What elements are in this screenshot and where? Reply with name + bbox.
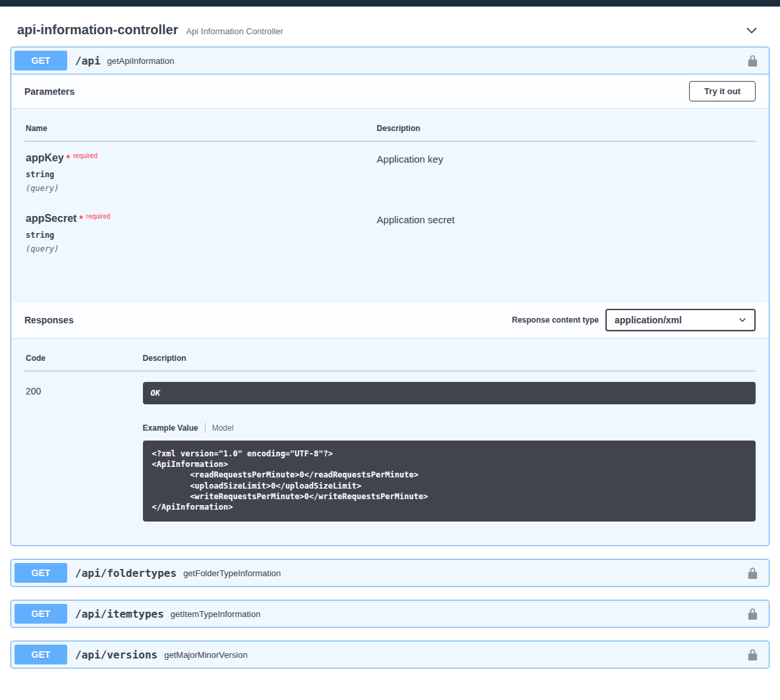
operation-path: /api/itemtypes bbox=[75, 608, 164, 620]
opblock-summary-itemtypes[interactable]: GET /api/itemtypes getItemTypeInformatio… bbox=[11, 601, 769, 627]
lock-icon[interactable] bbox=[746, 608, 759, 620]
responses-title: Responses bbox=[24, 315, 74, 325]
tab-model[interactable]: Model bbox=[212, 423, 234, 433]
operation-path: /api/versions bbox=[75, 649, 157, 661]
parameter-type: string bbox=[26, 230, 376, 240]
responses-table: Code Description 200 OK Ex bbox=[24, 344, 756, 531]
topbar bbox=[0, 0, 780, 7]
parameters-name-header: Name bbox=[24, 115, 376, 142]
opblock-get-api-foldertypes: GET /api/foldertypes getFolderTypeInform… bbox=[11, 559, 769, 587]
parameters-container: Name Description appKey*required string … bbox=[11, 108, 769, 302]
response-description-box: OK bbox=[143, 382, 756, 404]
operation-summary: getFolderTypeInformation bbox=[183, 568, 746, 578]
required-star: * bbox=[79, 213, 82, 224]
responses-code-header: Code bbox=[24, 344, 142, 371]
chevron-down-icon[interactable] bbox=[740, 23, 763, 38]
required-star: * bbox=[67, 153, 70, 163]
response-content-type-value: application/xml bbox=[615, 315, 682, 325]
try-it-out-button[interactable]: Try it out bbox=[689, 81, 756, 101]
response-content-type-wrap: Response content type application/xml bbox=[512, 309, 756, 331]
tab-example-value[interactable]: Example Value bbox=[143, 423, 198, 433]
response-example-xml: <?xml version="1.0" encoding="UTF-8"?> <… bbox=[143, 441, 756, 522]
parameter-name: appSecret bbox=[26, 213, 76, 224]
response-code: 200 bbox=[26, 382, 142, 396]
opblock-summary-versions[interactable]: GET /api/versions getMajorMinorVersion bbox=[11, 641, 769, 668]
controller-tag-name: api-information-controller bbox=[17, 22, 178, 38]
api-docs-wrapper: api-information-controller Api Informati… bbox=[0, 7, 780, 668]
lock-icon[interactable] bbox=[746, 649, 759, 661]
parameter-description: Application secret bbox=[377, 213, 756, 225]
parameter-name-cell: appKey*required string (query) bbox=[24, 142, 376, 203]
response-content-type-select[interactable]: application/xml bbox=[605, 309, 756, 331]
method-badge[interactable]: GET bbox=[14, 604, 67, 624]
opblock-get-api: GET /api getApiInformation Parameters Tr… bbox=[11, 47, 769, 546]
lock-icon[interactable] bbox=[746, 567, 759, 579]
parameters-section-head: Parameters Try it out bbox=[11, 74, 769, 108]
controller-tag-description: Api Information Controller bbox=[186, 26, 283, 36]
parameter-description: Application key bbox=[377, 152, 756, 165]
parameter-in: (query) bbox=[26, 244, 376, 254]
opblock-get-api-itemtypes: GET /api/itemtypes getItemTypeInformatio… bbox=[11, 600, 769, 628]
responses-section-head: Responses Response content type applicat… bbox=[11, 302, 769, 338]
parameter-name: appKey bbox=[26, 152, 64, 163]
parameter-in: (query) bbox=[26, 184, 376, 193]
operation-summary: getMajorMinorVersion bbox=[164, 650, 746, 660]
operation-summary: getItemTypeInformation bbox=[171, 609, 746, 619]
opblock-summary-foldertypes[interactable]: GET /api/foldertypes getFolderTypeInform… bbox=[11, 560, 769, 586]
required-label: required bbox=[73, 152, 98, 159]
parameters-description-header: Description bbox=[376, 115, 756, 142]
response-content-type-label: Response content type bbox=[512, 315, 599, 325]
model-tabs: Example Value Model bbox=[143, 423, 756, 433]
responses-description-header: Description bbox=[142, 344, 756, 371]
response-row: 200 OK Example Value Model <?xml version… bbox=[24, 371, 756, 531]
parameter-row: appKey*required string (query) Applicati… bbox=[24, 142, 756, 203]
required-label: required bbox=[86, 213, 111, 220]
parameters-title: Parameters bbox=[24, 86, 74, 97]
operation-summary: getApiInformation bbox=[107, 56, 746, 66]
controller-section-header[interactable]: api-information-controller Api Informati… bbox=[11, 7, 769, 47]
tab-divider bbox=[205, 423, 206, 433]
parameter-row: appSecret*required string (query) Applic… bbox=[24, 202, 756, 263]
select-chevron-down-icon bbox=[737, 315, 748, 325]
opblock-get-api-versions: GET /api/versions getMajorMinorVersion bbox=[11, 641, 769, 668]
parameters-table: Name Description appKey*required string … bbox=[24, 115, 756, 263]
lock-icon[interactable] bbox=[746, 55, 759, 67]
method-badge[interactable]: GET bbox=[14, 563, 67, 583]
controller-section-title: api-information-controller Api Informati… bbox=[17, 22, 283, 38]
operation-path: /api/foldertypes bbox=[75, 567, 177, 579]
opblock-body: Parameters Try it out Name Description bbox=[11, 74, 769, 545]
method-badge[interactable]: GET bbox=[14, 51, 67, 70]
opblock-summary-get-api[interactable]: GET /api getApiInformation bbox=[11, 47, 769, 74]
method-badge[interactable]: GET bbox=[14, 645, 67, 664]
responses-container: Code Description 200 OK Ex bbox=[11, 338, 769, 545]
operation-path: /api bbox=[75, 55, 101, 67]
parameter-type: string bbox=[26, 170, 376, 179]
parameter-name-cell: appSecret*required string (query) bbox=[24, 202, 376, 263]
